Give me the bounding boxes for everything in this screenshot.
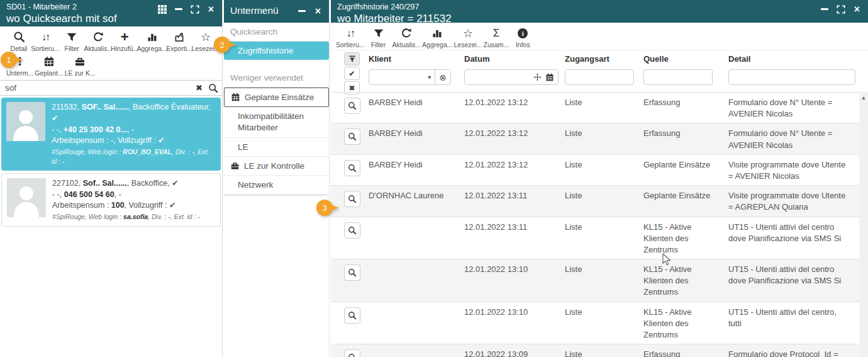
table-row[interactable]: 12.01.2022 13:10 Liste KL15 - Aktive Kli… bbox=[331, 259, 859, 302]
detail-button[interactable]: Detail bbox=[6, 30, 31, 52]
table-row[interactable]: 12.01.2022 13:09 Liste Erfassung Formula… bbox=[331, 344, 859, 357]
cell-quelle: KL15 - Aktive Klienten des Zentrums bbox=[643, 264, 728, 298]
submenu-item-le-zur-kontrolle[interactable]: LE zur Kontrolle bbox=[224, 157, 329, 176]
column-detail[interactable]: Detail bbox=[728, 50, 868, 64]
cell-detail: Visite programmate dove Utente = AVENIER… bbox=[728, 159, 859, 182]
row-detail-button[interactable] bbox=[344, 307, 360, 324]
table-row[interactable]: BARBEY Heidi 12.01.2022 13:12 Liste Erfa… bbox=[331, 93, 859, 123]
export-button[interactable]: Exporti... bbox=[167, 30, 192, 52]
submenu-item-le[interactable]: LE bbox=[224, 138, 329, 157]
history-title: Zugriffshistorie 240/297 bbox=[337, 3, 862, 13]
refresh-button[interactable]: Aktualis... bbox=[392, 26, 421, 48]
close-icon[interactable]: × bbox=[313, 6, 323, 16]
column-datum[interactable]: Datum bbox=[464, 50, 565, 64]
cell-detail: UT15 - Utenti attivi del centro dove Pia… bbox=[728, 264, 859, 286]
detail-filter-input[interactable] bbox=[729, 72, 855, 82]
submenu-list: Quicksearch Zugriffshistorie Weniger ver… bbox=[224, 23, 329, 195]
info-icon: i bbox=[518, 26, 528, 40]
column-quelle[interactable]: Quelle bbox=[643, 50, 728, 64]
briefcase-icon bbox=[74, 55, 86, 68]
scroll-up-icon[interactable]: ▲ bbox=[859, 92, 868, 101]
cell-quelle: Geplante Einsätze bbox=[643, 190, 728, 201]
vertical-scrollbar[interactable]: ▲ bbox=[859, 92, 868, 357]
column-header-row: Klient Datum Zugangsart Quelle Detail bbox=[331, 50, 868, 64]
close-icon[interactable]: × bbox=[852, 4, 862, 14]
minimize-icon[interactable] bbox=[820, 4, 829, 14]
row-detail-button[interactable] bbox=[344, 128, 360, 145]
clear-circle-icon[interactable]: ⊗ bbox=[435, 72, 450, 82]
sort-icon: ↓↑ bbox=[347, 26, 354, 40]
refresh-button[interactable]: Aktualis... bbox=[86, 30, 111, 52]
star-icon: ☆ bbox=[463, 26, 473, 40]
table-row[interactable]: BARBEY Heidi 12.01.2022 13:12 Liste Gepl… bbox=[331, 155, 859, 186]
klient-filter-input[interactable] bbox=[369, 72, 424, 82]
row-detail-button[interactable] bbox=[344, 191, 360, 207]
submenu-header[interactable]: Untermenü × bbox=[224, 0, 329, 23]
table-row[interactable]: BARBEY Heidi 12.01.2022 13:12 Liste Erfa… bbox=[331, 123, 859, 154]
column-zugangsart[interactable]: Zugangsart bbox=[565, 50, 643, 64]
cell-zugangsart: Liste bbox=[565, 128, 643, 139]
check-icon: ✔ bbox=[158, 136, 164, 145]
summary-button[interactable]: Σ Zusam... bbox=[483, 26, 509, 48]
fullscreen-icon[interactable] bbox=[836, 4, 845, 14]
cell-datum: 12.01.2022 13:09 bbox=[464, 349, 565, 357]
calendar-icon bbox=[231, 93, 240, 102]
table-row[interactable]: 12.01.2022 13:10 Liste KL15 - Aktive Kli… bbox=[331, 302, 859, 345]
annotation-badge-2: 2 bbox=[214, 37, 230, 53]
info-button[interactable]: i Infos bbox=[510, 26, 535, 48]
apply-filter-button[interactable]: ✔ bbox=[344, 67, 360, 80]
submenu-item-inkompatibilitaeten[interactable]: Inkompatibilitäten Mitarbeiter bbox=[224, 107, 329, 138]
aggregate-button[interactable]: Aggrega... bbox=[138, 30, 165, 52]
sort-button[interactable]: ↓↑ Sortieru... bbox=[33, 30, 58, 52]
detail-filter bbox=[728, 69, 855, 85]
sort-button[interactable]: ↓↑ Sortieru... bbox=[336, 26, 365, 48]
cell-quelle: KL15 - Aktive Klienten des Zentrums bbox=[643, 307, 728, 341]
submenu-item-geplante-einsaetze[interactable]: Geplante Einsätze bbox=[224, 88, 329, 107]
application-window: SD01 - Mitarbeiter 2 wo Quicksearch mit … bbox=[0, 0, 868, 357]
table-row[interactable]: 12.01.2022 13:11 Liste KL15 - Aktive Kli… bbox=[331, 217, 859, 260]
add-button[interactable]: + Hinzufü... bbox=[112, 30, 137, 52]
submenu-item-netzwerk[interactable]: Netzwerk bbox=[224, 176, 329, 195]
datum-filter-input[interactable] bbox=[465, 72, 530, 82]
history-header[interactable]: Zugriffshistorie 240/297 wo Mitarbeiter … bbox=[331, 0, 868, 23]
employee-card-selected[interactable]: 211532, SOF.. Sal......, Backoffice Éval… bbox=[1, 98, 221, 171]
grid-icon[interactable] bbox=[157, 4, 167, 14]
filter-button[interactable]: Filter bbox=[366, 26, 391, 48]
filter-toggle-button[interactable] bbox=[344, 52, 360, 65]
fullscreen-icon[interactable] bbox=[190, 4, 199, 14]
cell-quelle: Erfassung bbox=[643, 349, 728, 357]
search-submit-icon[interactable] bbox=[208, 83, 218, 93]
calendar-icon[interactable] bbox=[545, 73, 558, 82]
minimize-icon[interactable] bbox=[174, 4, 183, 14]
sort-icon: ↓↑ bbox=[42, 30, 49, 43]
planned-visits-button[interactable]: Geplant... bbox=[35, 55, 64, 77]
minimize-icon[interactable] bbox=[297, 6, 306, 16]
row-detail-button[interactable] bbox=[344, 264, 360, 281]
cell-quelle: KL15 - Aktive Klienten des Zentrums bbox=[643, 222, 728, 256]
cell-klient: BARBEY Heidi bbox=[369, 97, 464, 108]
submenu-item-zugriffshistorie[interactable]: Zugriffshistorie bbox=[224, 42, 329, 60]
left-panel-header[interactable]: SD01 - Mitarbeiter 2 wo Quicksearch mit … bbox=[0, 0, 222, 26]
move-icon[interactable] bbox=[530, 73, 545, 81]
row-detail-button[interactable] bbox=[344, 222, 360, 239]
row-detail-button[interactable] bbox=[344, 160, 360, 176]
row-detail-button[interactable] bbox=[344, 349, 360, 357]
employee-card[interactable]: 227102, Sof.. Sal......, Backoffice, ✔ -… bbox=[1, 173, 221, 227]
chevron-down-icon[interactable]: ▾ bbox=[424, 74, 435, 81]
row-detail-button[interactable] bbox=[344, 98, 360, 114]
zugangsart-filter-input[interactable] bbox=[565, 72, 633, 82]
column-klient[interactable]: Klient bbox=[369, 50, 464, 64]
bookmark-button[interactable]: ☆ Lesezei... bbox=[454, 26, 482, 48]
table-row[interactable]: D'ORNHAC Laurene 12.01.2022 13:11 Liste … bbox=[331, 186, 859, 217]
search-bar: ✖ bbox=[0, 80, 222, 96]
search-input[interactable] bbox=[5, 83, 190, 93]
cell-quelle: Erfassung bbox=[643, 97, 728, 108]
quelle-filter-input[interactable] bbox=[644, 72, 712, 82]
le-control-button[interactable]: LE zur K... bbox=[65, 55, 96, 77]
cell-zugangsart: Liste bbox=[565, 349, 643, 357]
calendar-icon bbox=[43, 55, 55, 68]
filter-button[interactable]: Filter bbox=[59, 30, 84, 52]
clear-search-icon[interactable]: ✖ bbox=[196, 83, 203, 93]
aggregate-button[interactable]: Aggrega... bbox=[422, 26, 452, 48]
close-icon[interactable]: × bbox=[206, 4, 216, 14]
